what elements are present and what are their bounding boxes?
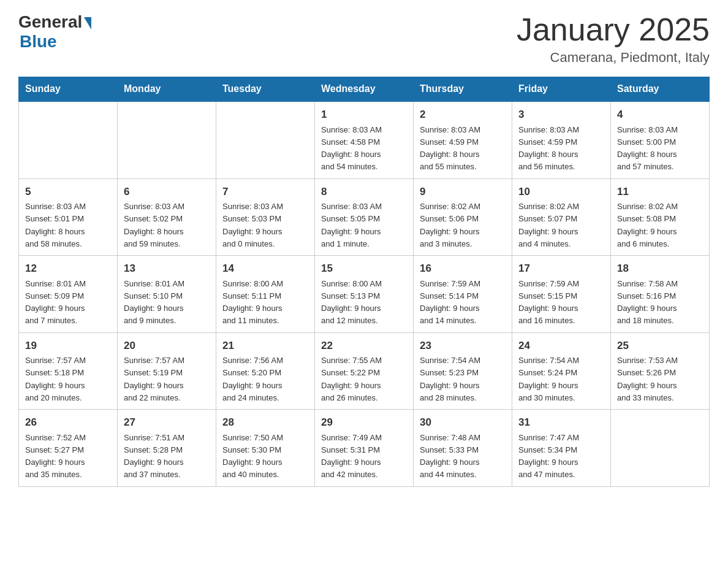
- day-number: 19: [25, 338, 111, 354]
- calendar-cell: 27Sunrise: 7:51 AM Sunset: 5:28 PM Dayli…: [118, 410, 216, 487]
- day-number: 13: [124, 261, 210, 277]
- calendar-cell: 10Sunrise: 8:02 AM Sunset: 5:07 PM Dayli…: [512, 178, 611, 256]
- day-info: Sunrise: 7:57 AM Sunset: 5:19 PM Dayligh…: [124, 356, 184, 402]
- day-number: 12: [25, 261, 111, 277]
- calendar-cell: 6Sunrise: 8:03 AM Sunset: 5:02 PM Daylig…: [118, 178, 216, 256]
- day-number: 20: [124, 338, 210, 354]
- day-number: 31: [518, 415, 604, 431]
- day-info: Sunrise: 8:03 AM Sunset: 5:00 PM Dayligh…: [617, 125, 678, 172]
- day-info: Sunrise: 8:03 AM Sunset: 5:05 PM Dayligh…: [321, 202, 382, 248]
- day-info: Sunrise: 7:58 AM Sunset: 5:16 PM Dayligh…: [617, 279, 678, 326]
- day-number: 24: [518, 338, 604, 354]
- day-number: 14: [222, 261, 308, 277]
- logo-text-general: General: [18, 12, 82, 32]
- day-number: 29: [321, 415, 407, 431]
- day-info: Sunrise: 7:53 AM Sunset: 5:26 PM Dayligh…: [617, 356, 678, 402]
- day-number: 2: [420, 107, 506, 123]
- day-info: Sunrise: 8:03 AM Sunset: 4:59 PM Dayligh…: [518, 125, 579, 172]
- day-info: Sunrise: 7:57 AM Sunset: 5:18 PM Dayligh…: [25, 356, 86, 402]
- day-number: 16: [420, 261, 506, 277]
- day-number: 22: [321, 338, 407, 354]
- day-number: 5: [25, 184, 111, 200]
- week-row-0: 1Sunrise: 8:03 AM Sunset: 4:58 PM Daylig…: [19, 101, 710, 178]
- day-info: Sunrise: 8:03 AM Sunset: 5:03 PM Dayligh…: [222, 202, 283, 248]
- col-header-wednesday: Wednesday: [315, 77, 414, 102]
- calendar-cell: 22Sunrise: 7:55 AM Sunset: 5:22 PM Dayli…: [315, 332, 414, 410]
- calendar-cell: [19, 101, 118, 178]
- calendar-cell: 17Sunrise: 7:59 AM Sunset: 5:15 PM Dayli…: [512, 256, 611, 333]
- header: General Blue January 2025 Camerana, Pied…: [18, 12, 710, 66]
- day-number: 8: [321, 184, 407, 200]
- calendar-cell: 18Sunrise: 7:58 AM Sunset: 5:16 PM Dayli…: [611, 256, 710, 333]
- calendar-cell: 1Sunrise: 8:03 AM Sunset: 4:58 PM Daylig…: [315, 101, 414, 178]
- calendar-cell: 24Sunrise: 7:54 AM Sunset: 5:24 PM Dayli…: [512, 332, 611, 410]
- calendar-cell: 3Sunrise: 8:03 AM Sunset: 4:59 PM Daylig…: [512, 101, 611, 178]
- day-number: 26: [25, 415, 111, 431]
- day-info: Sunrise: 8:03 AM Sunset: 4:59 PM Dayligh…: [420, 125, 480, 172]
- calendar-cell: 8Sunrise: 8:03 AM Sunset: 5:05 PM Daylig…: [315, 178, 414, 256]
- calendar-cell: 21Sunrise: 7:56 AM Sunset: 5:20 PM Dayli…: [216, 332, 315, 410]
- day-info: Sunrise: 8:01 AM Sunset: 5:10 PM Dayligh…: [124, 279, 184, 326]
- day-number: 21: [222, 338, 308, 354]
- day-info: Sunrise: 7:51 AM Sunset: 5:28 PM Dayligh…: [124, 433, 184, 480]
- week-row-3: 19Sunrise: 7:57 AM Sunset: 5:18 PM Dayli…: [19, 332, 710, 410]
- day-info: Sunrise: 7:54 AM Sunset: 5:24 PM Dayligh…: [518, 356, 579, 402]
- calendar-table: SundayMondayTuesdayWednesdayThursdayFrid…: [18, 77, 710, 487]
- day-info: Sunrise: 8:01 AM Sunset: 5:09 PM Dayligh…: [25, 279, 86, 326]
- col-header-monday: Monday: [118, 77, 216, 102]
- calendar-cell: [118, 101, 216, 178]
- logo-top: General: [18, 12, 91, 32]
- day-info: Sunrise: 8:00 AM Sunset: 5:13 PM Dayligh…: [321, 279, 382, 326]
- calendar-cell: 31Sunrise: 7:47 AM Sunset: 5:34 PM Dayli…: [512, 410, 611, 487]
- week-row-2: 12Sunrise: 8:01 AM Sunset: 5:09 PM Dayli…: [19, 256, 710, 333]
- week-row-4: 26Sunrise: 7:52 AM Sunset: 5:27 PM Dayli…: [19, 410, 710, 487]
- day-number: 27: [124, 415, 210, 431]
- day-number: 18: [617, 261, 703, 277]
- calendar-cell: 23Sunrise: 7:54 AM Sunset: 5:23 PM Dayli…: [414, 332, 512, 410]
- calendar-cell: [216, 101, 315, 178]
- day-info: Sunrise: 8:03 AM Sunset: 5:01 PM Dayligh…: [25, 202, 86, 248]
- calendar-cell: 30Sunrise: 7:48 AM Sunset: 5:33 PM Dayli…: [414, 410, 512, 487]
- day-info: Sunrise: 7:47 AM Sunset: 5:34 PM Dayligh…: [518, 433, 579, 480]
- week-row-1: 5Sunrise: 8:03 AM Sunset: 5:01 PM Daylig…: [19, 178, 710, 256]
- day-info: Sunrise: 8:02 AM Sunset: 5:07 PM Dayligh…: [518, 202, 579, 248]
- day-number: 1: [321, 107, 407, 123]
- calendar-cell: 26Sunrise: 7:52 AM Sunset: 5:27 PM Dayli…: [19, 410, 118, 487]
- day-number: 25: [617, 338, 703, 354]
- day-info: Sunrise: 7:56 AM Sunset: 5:20 PM Dayligh…: [222, 356, 283, 402]
- day-info: Sunrise: 8:02 AM Sunset: 5:06 PM Dayligh…: [420, 202, 480, 248]
- day-number: 10: [518, 184, 604, 200]
- header-row: SundayMondayTuesdayWednesdayThursdayFrid…: [19, 77, 710, 102]
- calendar-cell: 5Sunrise: 8:03 AM Sunset: 5:01 PM Daylig…: [19, 178, 118, 256]
- day-info: Sunrise: 8:03 AM Sunset: 5:02 PM Dayligh…: [124, 202, 184, 248]
- calendar-cell: 7Sunrise: 8:03 AM Sunset: 5:03 PM Daylig…: [216, 178, 315, 256]
- day-number: 6: [124, 184, 210, 200]
- calendar-cell: 14Sunrise: 8:00 AM Sunset: 5:11 PM Dayli…: [216, 256, 315, 333]
- logo-triangle-icon: [84, 17, 91, 29]
- day-info: Sunrise: 7:48 AM Sunset: 5:33 PM Dayligh…: [420, 433, 480, 480]
- col-header-tuesday: Tuesday: [216, 77, 315, 102]
- logo: General Blue: [18, 12, 91, 52]
- calendar-cell: 2Sunrise: 8:03 AM Sunset: 4:59 PM Daylig…: [414, 101, 512, 178]
- day-info: Sunrise: 7:55 AM Sunset: 5:22 PM Dayligh…: [321, 356, 382, 402]
- calendar-cell: 15Sunrise: 8:00 AM Sunset: 5:13 PM Dayli…: [315, 256, 414, 333]
- day-number: 9: [420, 184, 506, 200]
- day-number: 11: [617, 184, 703, 200]
- day-number: 23: [420, 338, 506, 354]
- day-number: 3: [518, 107, 604, 123]
- day-number: 15: [321, 261, 407, 277]
- calendar-cell: 25Sunrise: 7:53 AM Sunset: 5:26 PM Dayli…: [611, 332, 710, 410]
- day-number: 28: [222, 415, 308, 431]
- calendar-cell: 20Sunrise: 7:57 AM Sunset: 5:19 PM Dayli…: [118, 332, 216, 410]
- calendar-cell: 12Sunrise: 8:01 AM Sunset: 5:09 PM Dayli…: [19, 256, 118, 333]
- day-info: Sunrise: 7:54 AM Sunset: 5:23 PM Dayligh…: [420, 356, 480, 402]
- col-header-saturday: Saturday: [611, 77, 710, 102]
- calendar-subtitle: Camerana, Piedmont, Italy: [517, 50, 710, 66]
- day-number: 17: [518, 261, 604, 277]
- calendar-cell: 19Sunrise: 7:57 AM Sunset: 5:18 PM Dayli…: [19, 332, 118, 410]
- page: General Blue January 2025 Camerana, Pied…: [0, 0, 728, 505]
- day-number: 30: [420, 415, 506, 431]
- calendar-cell: 13Sunrise: 8:01 AM Sunset: 5:10 PM Dayli…: [118, 256, 216, 333]
- calendar-cell: 9Sunrise: 8:02 AM Sunset: 5:06 PM Daylig…: [414, 178, 512, 256]
- calendar-cell: 16Sunrise: 7:59 AM Sunset: 5:14 PM Dayli…: [414, 256, 512, 333]
